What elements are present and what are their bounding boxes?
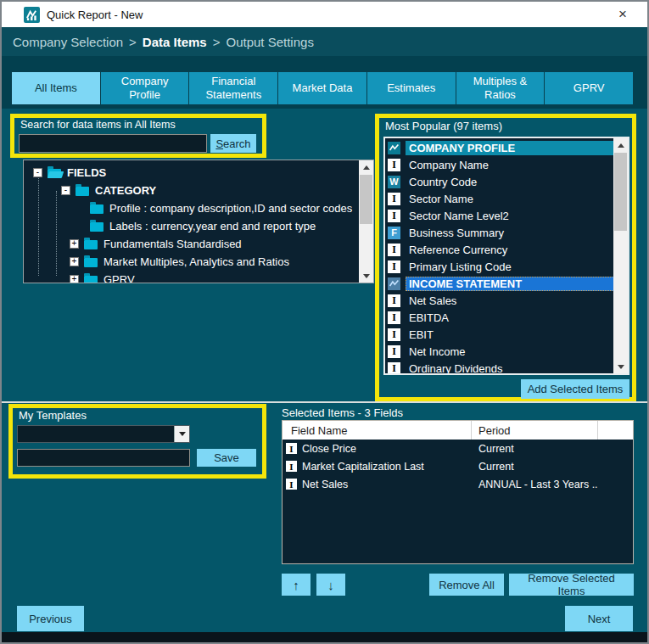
item-type-icon: F: [388, 227, 400, 239]
folder-icon: [84, 276, 98, 283]
breadcrumb-output-settings[interactable]: Output Settings: [226, 35, 313, 49]
expand-icon[interactable]: +: [70, 239, 79, 249]
tree-node-market-multiples[interactable]: + Market Multiples, Analytics and Ratios: [33, 253, 373, 271]
tree-node-category[interactable]: - CATEGORY: [33, 182, 373, 199]
move-down-button[interactable]: ↓: [316, 574, 345, 596]
next-button[interactable]: Next: [565, 606, 633, 631]
search-label: Search for data items in All Items: [20, 119, 176, 131]
item-type-icon: I: [388, 159, 400, 171]
fields-tree-panel: - FIELDS - CATEGORY Profile : company de…: [23, 160, 374, 283]
list-item-net-income[interactable]: I Net Income: [385, 343, 628, 360]
tree-node-fields[interactable]: - FIELDS: [33, 164, 373, 182]
expand-icon[interactable]: +: [70, 275, 79, 283]
list-item-reference-currency[interactable]: I Reference Currency: [385, 241, 628, 258]
item-type-icon: I: [388, 345, 400, 358]
item-type-icon: I: [388, 210, 400, 222]
list-item-net-sales[interactable]: I Net Sales: [385, 292, 628, 309]
previous-button[interactable]: Previous: [17, 606, 84, 631]
tree-node-fundamentals[interactable]: + Fundamentals Standardised: [33, 235, 373, 253]
folder-icon: [84, 240, 98, 249]
template-name-input[interactable]: [17, 449, 190, 467]
my-templates-label: My Templates: [19, 409, 87, 422]
window-bottom-bar: [2, 632, 647, 642]
scroll-up-icon[interactable]: [613, 138, 628, 152]
item-type-icon: I: [388, 193, 400, 205]
most-popular-scrollbar[interactable]: [613, 138, 628, 373]
save-button[interactable]: Save: [197, 449, 256, 467]
tab-financial-statements[interactable]: Financial Statements: [189, 71, 278, 105]
breadcrumb-separator: >: [213, 35, 221, 49]
expand-icon[interactable]: +: [70, 257, 79, 266]
list-item-primary-listing-code[interactable]: I Primary Listing Code: [385, 258, 628, 275]
table-row-close-price[interactable]: IClose Price Current: [283, 440, 633, 457]
add-selected-items-button[interactable]: Add Selected Items: [521, 379, 629, 399]
item-type-icon: I: [388, 311, 400, 324]
list-item-company-profile[interactable]: COMPANY PROFILE: [385, 139, 628, 156]
scroll-down-icon[interactable]: [613, 360, 628, 373]
list-item-ebitda[interactable]: I EBITDA: [385, 309, 628, 326]
breadcrumb-separator: >: [129, 35, 137, 49]
arrow-down-icon: ↓: [327, 578, 334, 592]
close-icon: ×: [618, 6, 627, 23]
tree-scrollbar[interactable]: [359, 160, 373, 283]
section-divider: [2, 401, 647, 403]
tree-node-labels[interactable]: Labels : currency,year end and report ty…: [33, 217, 373, 235]
search-button[interactable]: Search: [210, 134, 256, 153]
tab-strip: All Items Company Profile Financial Stat…: [11, 71, 634, 105]
tab-all-items[interactable]: All Items: [11, 71, 101, 105]
scrollbar-thumb[interactable]: [360, 175, 372, 224]
most-popular-title: Most Popular (97 items): [385, 120, 502, 132]
folder-icon: [90, 204, 104, 214]
column-header-extra: [598, 421, 633, 440]
selected-items-table: Field Name Period IClose Price Current I…: [282, 420, 634, 564]
list-item-sector-name-level2[interactable]: I Sector Name Level2: [385, 207, 628, 224]
close-button[interactable]: ×: [610, 2, 635, 27]
list-item-sector-name[interactable]: I Sector Name: [385, 190, 628, 207]
table-row-net-sales[interactable]: INet Sales ANNUAL - Last 3 Years ...: [283, 475, 633, 493]
breadcrumb-company-selection[interactable]: Company Selection: [13, 35, 123, 49]
template-dropdown[interactable]: [17, 425, 190, 443]
remove-selected-items-button[interactable]: Remove Selected Items: [509, 574, 634, 596]
list-item-ebit[interactable]: I EBIT: [385, 326, 628, 343]
arrow-up-icon: ↑: [293, 578, 299, 592]
folder-icon: [76, 187, 89, 196]
item-type-icon: I: [286, 443, 297, 454]
collapse-icon[interactable]: -: [61, 186, 70, 195]
breadcrumb: Company Selection > Data Items > Output …: [2, 27, 647, 56]
tree-node-gprv[interactable]: + GPRV: [33, 271, 373, 283]
search-input[interactable]: [19, 134, 207, 153]
dropdown-button[interactable]: [174, 426, 189, 442]
item-type-icon: I: [388, 362, 400, 375]
tab-company-profile[interactable]: Company Profile: [101, 71, 190, 105]
table-header: Field Name Period: [283, 421, 633, 440]
window-title: Quick Report - New: [47, 8, 143, 21]
list-item-country-code[interactable]: W Country Code: [385, 173, 628, 190]
collapse-icon[interactable]: -: [33, 168, 42, 177]
folder-icon: [90, 222, 104, 232]
item-type-icon: I: [388, 328, 400, 341]
tree-node-profile[interactable]: Profile : company description,ID and sec…: [33, 199, 373, 217]
breadcrumb-data-items[interactable]: Data Items: [143, 35, 207, 49]
move-up-button[interactable]: ↑: [282, 574, 311, 596]
chart-icon: [388, 277, 400, 290]
tab-multiples-ratios[interactable]: Multiples & Ratios: [456, 71, 545, 105]
list-item-ordinary-dividends[interactable]: I Ordinary Dividends: [385, 360, 628, 375]
most-popular-list: COMPANY PROFILE I Company Name W Country…: [383, 137, 629, 375]
tab-market-data[interactable]: Market Data: [278, 71, 367, 105]
scroll-down-icon[interactable]: [359, 269, 373, 283]
selected-items-title: Selected Items - 3 Fields: [282, 406, 403, 419]
item-type-icon: I: [388, 294, 400, 307]
item-type-icon: I: [388, 244, 400, 256]
tab-gprv[interactable]: GPRV: [545, 71, 634, 105]
column-header-field-name[interactable]: Field Name: [283, 421, 472, 440]
tab-estimates[interactable]: Estimates: [367, 71, 456, 105]
list-item-income-statement[interactable]: INCOME STATEMENT: [385, 275, 628, 292]
scrollbar-thumb[interactable]: [614, 153, 627, 231]
list-item-business-summary[interactable]: F Business Summary: [385, 224, 628, 241]
scroll-up-icon[interactable]: [359, 160, 373, 174]
list-item-company-name[interactable]: I Company Name: [385, 156, 628, 173]
table-row-market-cap[interactable]: IMarket Capitalization Last Current: [283, 457, 633, 475]
item-type-icon: W: [388, 176, 400, 188]
column-header-period[interactable]: Period: [472, 421, 598, 440]
remove-all-button[interactable]: Remove All: [429, 574, 504, 596]
